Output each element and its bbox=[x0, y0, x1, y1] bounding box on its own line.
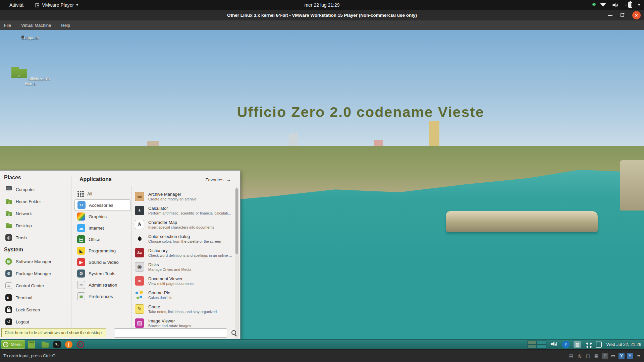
app-text: Gnome-PieCakes don't lie. bbox=[148, 290, 173, 300]
app-item-gnome-pie[interactable]: Gnome-PieCakes don't lie. bbox=[133, 288, 233, 302]
label: Computer bbox=[16, 187, 35, 192]
system-item-control-center[interactable]: ≡Control Center bbox=[3, 280, 68, 292]
image-viewer-icon: ▨ bbox=[135, 318, 144, 328]
show-desktop-button[interactable] bbox=[28, 341, 35, 349]
app-item-disks[interactable]: ◉DisksManage Drives and Media bbox=[133, 260, 233, 274]
system-item-terminal[interactable]: $_Terminal bbox=[3, 292, 68, 304]
message-log-icon[interactable]: ▱ bbox=[635, 353, 641, 359]
category-item-all[interactable]: All bbox=[74, 188, 131, 199]
label: Terminal bbox=[16, 295, 32, 300]
app-item-calculator[interactable]: ±CalculatorPerform arithmetic, scientifi… bbox=[133, 203, 233, 218]
host-clock[interactable]: mer 22 lug 21:29 bbox=[304, 2, 339, 8]
hard-disk-icon[interactable]: ▤ bbox=[568, 353, 574, 359]
programming-icon: ◣ bbox=[77, 247, 85, 255]
gnome-pie-tray-icon[interactable] bbox=[585, 341, 592, 348]
app-menu-button[interactable]: ◳ VMware Player ▾ bbox=[35, 2, 78, 8]
system-tray: ᛒ▨ bbox=[551, 341, 602, 348]
app-item-dictionary[interactable]: AaDictionaryCheck word definitions and s… bbox=[133, 246, 233, 260]
printer-icon[interactable]: ▦ bbox=[593, 353, 599, 359]
usb-device-icon[interactable]: Y bbox=[619, 353, 625, 359]
place-item-network[interactable]: ⊙Network bbox=[3, 207, 68, 220]
system-item-software-manager[interactable]: ⊞Software Manager bbox=[3, 255, 68, 267]
restore-button[interactable] bbox=[621, 13, 624, 17]
app-list-scrollbar[interactable] bbox=[235, 187, 238, 338]
system-item-package-manager[interactable]: ⚙Package Manager bbox=[3, 267, 68, 280]
category-item-office[interactable]: ▤Office bbox=[74, 234, 131, 245]
place-item-desktop[interactable]: Desktop bbox=[3, 220, 68, 232]
host-top-bar: Attività ◳ VMware Player ▾ mer 22 lug 21… bbox=[0, 0, 644, 10]
ufficiozero-launcher[interactable]: U bbox=[76, 340, 85, 349]
search-button[interactable] bbox=[231, 329, 238, 337]
bluetooth-icon[interactable]: ᛒ bbox=[562, 341, 570, 348]
system-item-lock-screen[interactable]: Lock Screen bbox=[3, 304, 68, 316]
network-adapter-icon[interactable]: ◫ bbox=[585, 353, 591, 359]
label: Office bbox=[89, 237, 100, 242]
cdrom-icon[interactable]: ◎ bbox=[577, 353, 583, 359]
menu-help[interactable]: Help bbox=[61, 23, 70, 28]
sound-icon[interactable]: ♪ bbox=[602, 353, 608, 359]
category-item-programming[interactable]: ◣Programming bbox=[74, 245, 131, 256]
app-description: Perform arithmetic, scientific or financ… bbox=[148, 211, 231, 215]
vmware-menubar: File Virtual Machine Help bbox=[0, 20, 644, 30]
app-name: Archive Manager bbox=[148, 192, 197, 197]
app-description: Manage Drives and Media bbox=[148, 267, 191, 272]
close-button[interactable]: × bbox=[632, 11, 641, 19]
disks-icon: ◉ bbox=[135, 262, 144, 272]
category-item-preferences[interactable]: ≡Preferences bbox=[74, 291, 131, 302]
app-item-document-viewer[interactable]: ∞Document ViewerView multi-page document… bbox=[133, 274, 233, 288]
category-item-internet[interactable]: ☁Internet bbox=[74, 222, 131, 234]
menu-button[interactable]: U Menu bbox=[1, 340, 25, 349]
file-manager-launcher[interactable] bbox=[41, 340, 50, 349]
desktop-icon-home[interactable]: ⌂ ufficiozero's Home bbox=[10, 65, 50, 86]
favorites-button[interactable]: Favorites → bbox=[206, 177, 231, 182]
app-item-gnote[interactable]: ✎GnoteTake notes, link ideas, and stay o… bbox=[133, 302, 233, 316]
volume-icon[interactable] bbox=[551, 341, 558, 348]
app-description: View multi-page documents bbox=[148, 282, 194, 286]
usb-device-2-icon[interactable]: Y bbox=[627, 353, 633, 359]
menu-virtual-machine[interactable]: Virtual Machine bbox=[21, 23, 51, 28]
app-text: Color selection dialogChoose colors from… bbox=[148, 234, 221, 243]
label: Network bbox=[16, 211, 32, 216]
terminal-launcher[interactable]: $_ bbox=[53, 340, 61, 349]
application-list: ▬Archive ManagerCreate and modify an arc… bbox=[133, 189, 233, 328]
label: Accessories bbox=[89, 203, 113, 208]
device-status-icons: ▤◎◫▦♪▭YY▱ bbox=[568, 350, 641, 362]
app-item-color-selection-dialog[interactable]: Color selection dialogChoose colors from… bbox=[133, 232, 233, 246]
place-item-computer[interactable]: Computer bbox=[3, 183, 68, 195]
system-item-logout[interactable]: ↺Logout bbox=[3, 316, 68, 328]
category-item-accessories[interactable]: ✂Accessories bbox=[74, 199, 131, 211]
system-tools-icon: ⚙ bbox=[77, 269, 85, 278]
app-text: DisksManage Drives and Media bbox=[148, 262, 191, 272]
host-system-tray[interactable]: ✓ + ▾ bbox=[594, 0, 640, 10]
dictionary-icon: Aa bbox=[135, 248, 144, 257]
firefox-launcher[interactable]: ƒ bbox=[64, 340, 73, 349]
app-item-character-map[interactable]: áCharacter MapInsert special characters … bbox=[133, 218, 233, 232]
category-item-sound-video[interactable]: ▶Sound & Video bbox=[74, 256, 131, 268]
category-item-system-tools[interactable]: ⚙System Tools bbox=[74, 268, 131, 279]
category-item-administration[interactable]: ≡Administration bbox=[74, 279, 131, 291]
desktop-icon-computer[interactable]: Computer bbox=[10, 36, 50, 40]
calculator-icon: ± bbox=[135, 206, 144, 215]
app-item-archive-manager[interactable]: ▬Archive ManagerCreate and modify an arc… bbox=[133, 189, 233, 203]
system-heading: System bbox=[4, 247, 23, 253]
vmware-statusbar: To grab input, press Ctrl+G ▤◎◫▦♪▭YY▱ bbox=[0, 349, 644, 362]
search-input[interactable] bbox=[114, 328, 227, 338]
place-item-trash[interactable]: ◎Trash bbox=[3, 232, 68, 244]
display-icon[interactable]: ▭ bbox=[610, 353, 616, 359]
scrollbar-thumb[interactable] bbox=[235, 188, 238, 254]
taskbar-clock[interactable]: Wed Jul 22, 21:29 bbox=[606, 342, 641, 347]
menu-file[interactable]: File bbox=[4, 23, 11, 28]
launcher-area: $_ƒU bbox=[41, 340, 85, 349]
screenshot-icon[interactable]: ▨ bbox=[574, 341, 581, 348]
minimize-button[interactable] bbox=[608, 15, 612, 16]
clipboard-icon[interactable] bbox=[596, 342, 602, 348]
activities-button[interactable]: Attività bbox=[9, 2, 23, 8]
app-description: Cakes don't lie. bbox=[148, 296, 173, 300]
place-item-home-folder[interactable]: ⌂Home Folder bbox=[3, 195, 68, 207]
workspace-switcher[interactable] bbox=[527, 341, 546, 349]
category-item-graphics[interactable]: Graphics bbox=[74, 211, 131, 222]
app-text: DictionaryCheck word definitions and spe… bbox=[148, 248, 232, 257]
app-menu-label: VMware Player bbox=[42, 2, 74, 8]
battery-icon bbox=[628, 2, 632, 8]
app-item-image-viewer[interactable]: ▨Image ViewerBrowse and rotate images bbox=[133, 316, 233, 328]
